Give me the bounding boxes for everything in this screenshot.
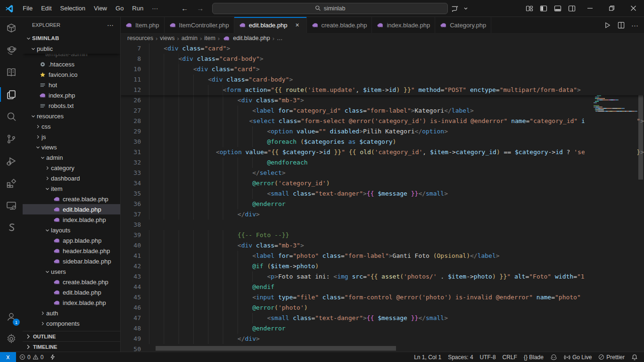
menu-run[interactable]: Run <box>128 3 148 14</box>
zap-icon[interactable] <box>47 352 58 362</box>
tree-file-sidebar.blade.php[interactable]: sidebar.blade.php <box>23 256 120 266</box>
close-tab-icon[interactable]: × <box>293 21 302 29</box>
menu-go[interactable]: Go <box>111 3 128 14</box>
close-window-button[interactable] <box>622 0 644 17</box>
problems-indicator[interactable]: 0 0 <box>16 352 47 362</box>
container-icon[interactable] <box>0 17 23 39</box>
tree-file-index.blade.php[interactable]: index.blade.php <box>23 297 120 308</box>
extensions-icon[interactable] <box>0 172 23 194</box>
tab-edit.blade.php[interactable]: edit.blade.php× <box>234 17 307 33</box>
tree-root-siminlab[interactable]: SIMINLAB <box>23 33 120 43</box>
indentation[interactable]: Spaces: 4 <box>445 352 476 362</box>
outline-section[interactable]: OUTLINE <box>23 331 121 341</box>
toggle-panel-icon[interactable] <box>551 2 565 15</box>
tree-folder-users[interactable]: users <box>23 266 120 277</box>
tree-file-create.blade.php[interactable]: create.blade.php <box>23 194 120 204</box>
breadcrumb-item[interactable]: admin <box>182 35 198 41</box>
account-icon[interactable]: 1 <box>0 305 23 328</box>
chevron-down-icon <box>43 185 51 192</box>
tree-file-robots.txt[interactable]: robots.txt <box>23 100 120 111</box>
cursor-position[interactable]: Ln 1, Col 1 <box>411 352 445 362</box>
copilot-status-icon[interactable] <box>547 352 561 362</box>
breadcrumb-item[interactable]: item <box>204 35 215 41</box>
go-live-button[interactable]: Go Live <box>561 352 595 362</box>
nav-forward-icon[interactable]: → <box>197 4 204 12</box>
breadcrumb-file[interactable]: edit.blade.php <box>233 35 270 41</box>
tree-file-edit.blade.php[interactable]: edit.blade.php <box>23 287 120 297</box>
tree-folder-public[interactable]: public <box>23 43 120 54</box>
explorer-more-actions-icon[interactable]: ··· <box>104 20 116 30</box>
tab-index.blade.php[interactable]: index.blade.php <box>372 17 435 33</box>
tab-create.blade.php[interactable]: create.blade.php <box>307 17 372 33</box>
book-icon[interactable] <box>0 61 23 83</box>
tree-file-app.blade.php[interactable]: app.blade.php <box>23 235 120 246</box>
tree-folder-admin[interactable]: admin <box>23 152 120 163</box>
tab-Item.php[interactable]: Item.php <box>121 17 165 33</box>
explorer-icon[interactable] <box>0 83 23 106</box>
language-mode[interactable]: {} Blade <box>520 352 547 362</box>
tree-folder-category[interactable]: category <box>23 163 120 173</box>
menu-selection[interactable]: Selection <box>56 3 90 14</box>
code-line-41: 41<label for="photo" class="form-label">… <box>121 251 644 261</box>
minimize-button[interactable] <box>579 0 601 17</box>
search-icon[interactable] <box>0 106 23 128</box>
tree-folder-css[interactable]: css <box>23 121 120 132</box>
tree-folder-auth[interactable]: auth <box>23 308 120 318</box>
nav-back-icon[interactable]: ← <box>181 4 188 12</box>
remote-indicator[interactable] <box>0 352 16 362</box>
tree-folder-layouts[interactable]: layouts <box>23 225 120 235</box>
tree-file-.htaccess[interactable]: .htaccess <box>23 59 120 69</box>
monkey-icon[interactable] <box>0 39 23 61</box>
notifications-bell-icon[interactable] <box>628 352 641 362</box>
code-line-35: 35<small class="text-danger">{{ $message… <box>121 189 644 199</box>
menu-[interactable]: ··· <box>148 3 162 14</box>
tree-file-edit.blade.php[interactable]: edit.blade.php <box>23 204 120 214</box>
eol-sequence[interactable]: CRLF <box>499 352 520 362</box>
split-editor-icon[interactable] <box>618 22 625 29</box>
chevron-down-icon[interactable] <box>462 2 470 15</box>
timeline-section[interactable]: TIMELINE <box>23 341 121 352</box>
tree-folder-js[interactable]: js <box>23 132 120 142</box>
settings-gear-icon[interactable] <box>0 328 23 350</box>
toggle-secondary-sidebar-icon[interactable] <box>565 2 579 15</box>
toggle-primary-sidebar-icon[interactable] <box>537 2 551 15</box>
line-number: 31 <box>121 147 141 157</box>
breadcrumb-item[interactable]: resources <box>127 35 153 41</box>
breadcrumb-item[interactable]: views <box>160 35 174 41</box>
tree-folder-dashboard[interactable]: dashboard <box>23 173 120 183</box>
editor-more-actions-icon[interactable]: ··· <box>631 21 638 29</box>
tree-file-favicon.ico[interactable]: favicon.ico <box>23 69 120 80</box>
command-center-search[interactable]: siminlab <box>212 3 448 14</box>
run-debug-icon[interactable] <box>0 150 23 172</box>
remote-explorer-icon[interactable] <box>0 194 23 216</box>
copilot-icon[interactable] <box>448 2 462 15</box>
tree-folder-item[interactable]: item <box>23 183 120 194</box>
tree-file-index.blade.php[interactable]: index.blade.php <box>23 214 120 225</box>
menu-view[interactable]: View <box>90 3 111 14</box>
php-file-icon <box>125 22 132 29</box>
customize-layout-icon[interactable] <box>522 2 537 15</box>
line-number: 29 <box>121 126 141 137</box>
tree-file-header.blade.php[interactable]: header.blade.php <box>23 246 120 256</box>
restore-button[interactable] <box>601 0 622 17</box>
source-control-icon[interactable] <box>0 128 23 150</box>
run-file-icon[interactable] <box>604 22 611 29</box>
menu-edit[interactable]: Edit <box>37 3 56 14</box>
tree-file-index.php[interactable]: index.php <box>23 90 120 100</box>
breadcrumb-more[interactable]: … <box>277 35 283 41</box>
menu-file[interactable]: File <box>18 3 37 14</box>
s-extension-icon[interactable] <box>0 216 23 239</box>
tree-folder-components[interactable]: components <box>23 318 120 329</box>
tab-ItemController.php[interactable]: ItemController.php <box>165 17 234 33</box>
tree-file-create.blade.php[interactable]: create.blade.php <box>23 277 120 287</box>
code-editor[interactable]: 7<div class="card">8<div class="card-bod… <box>121 43 644 352</box>
tab-Category.php[interactable]: Category.php <box>435 17 491 33</box>
tree-folder-resources[interactable]: resources <box>23 111 120 121</box>
tree-item-clipped[interactable]: template-admin <box>23 54 120 59</box>
encoding[interactable]: UTF-8 <box>477 352 499 362</box>
tree-folder-views[interactable]: views <box>23 142 120 152</box>
prettier-status[interactable]: Prettier <box>595 352 628 362</box>
broadcast-icon <box>564 354 570 361</box>
tree-file-hot[interactable]: hot <box>23 80 120 90</box>
horizontal-scrollbar[interactable] <box>149 346 611 351</box>
